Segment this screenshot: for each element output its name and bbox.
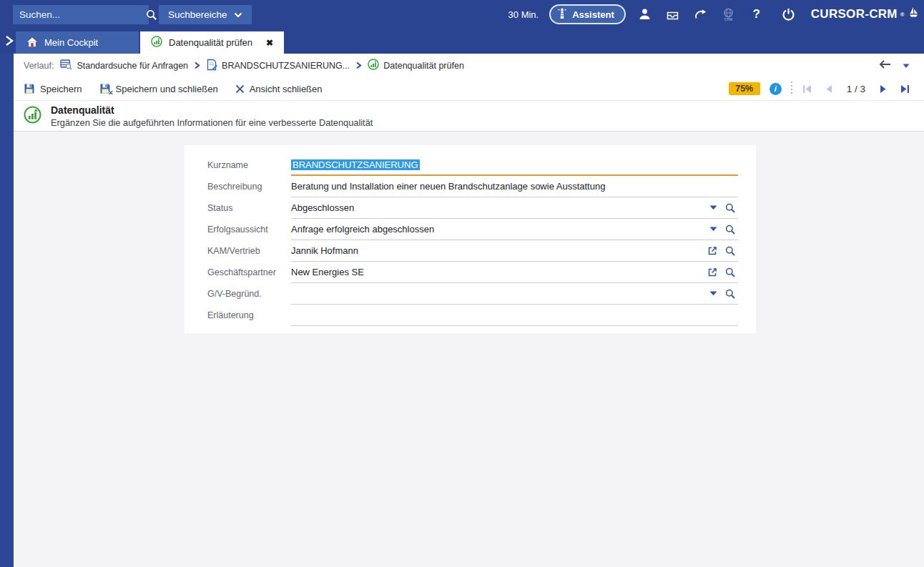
- geschaeftspartner-field[interactable]: New Energies SE: [291, 262, 738, 283]
- save-and-close-button[interactable]: ✕ Speichern und schließen: [99, 83, 218, 94]
- last-record-button[interactable]: [900, 84, 910, 94]
- first-record-button[interactable]: [802, 84, 812, 94]
- brand-name: CURSOR-CRM: [811, 7, 898, 21]
- data-quality-form: Kurzname BRANDSCHUTZSANIERUNG Beschreibu…: [185, 145, 756, 333]
- lookup-icon[interactable]: [725, 225, 735, 235]
- dropdown-caret-icon[interactable]: [709, 205, 717, 210]
- action-toolbar: Speichern ✕ Speichern und schließen Ansi…: [14, 77, 924, 101]
- save-label: Speichern: [40, 84, 82, 94]
- field-icons: [709, 225, 738, 235]
- back-arrow-icon[interactable]: [878, 60, 891, 71]
- search-icon[interactable]: [146, 9, 157, 21]
- next-record-button[interactable]: [879, 84, 888, 94]
- tab-mein-cockpit[interactable]: Mein Cockpit: [16, 31, 139, 54]
- form-row-gv-begruendung: G/V-Begründ.: [185, 283, 756, 305]
- field-icons: [709, 203, 738, 213]
- dropdown-caret-icon[interactable]: [709, 291, 717, 296]
- toolbar-divider: [791, 82, 792, 96]
- sailboat-icon: [909, 6, 918, 22]
- save-close-floppy-icon: ✕: [99, 83, 111, 94]
- field-label: Erfolgsaussicht: [207, 219, 291, 240]
- search-input[interactable]: [19, 9, 146, 20]
- search-scope-button[interactable]: Suchbereiche: [159, 5, 252, 24]
- quality-score-badge: 75%: [729, 82, 760, 95]
- field-value: Abgeschlossen: [291, 202, 354, 213]
- kam-vertrieb-field[interactable]: Jannik Hofmann: [291, 240, 738, 262]
- top-bar: Suchbereiche 30 Min.: [0, 0, 924, 29]
- sidebar-expander-chevron-icon[interactable]: [4, 35, 16, 48]
- redo-arrow-icon[interactable]: [692, 6, 709, 23]
- content-area: Kurzname BRANDSCHUTZSANIERUNG Beschreibu…: [14, 132, 924, 567]
- save-button[interactable]: Speichern: [24, 83, 82, 94]
- lookup-icon[interactable]: [725, 267, 735, 277]
- field-icons: [707, 246, 738, 256]
- breadcrumb-prefix: Verlauf:: [24, 61, 54, 71]
- erfolgsaussicht-field[interactable]: Anfrage erfolgreich abgeschlossen: [291, 219, 738, 240]
- assistant-button[interactable]: Assistent: [549, 4, 626, 24]
- kurzname-field[interactable]: BRANDSCHUTZSANIERUNG: [291, 154, 738, 176]
- beschreibung-field[interactable]: Beratung und Installation einer neuen Br…: [291, 176, 738, 197]
- lookup-icon[interactable]: [725, 203, 735, 213]
- breadcrumb-chevron-icon: [194, 61, 200, 69]
- form-row-erfolgsaussicht: Erfolgsaussicht Anfrage erfolgreich abge…: [185, 219, 756, 240]
- assistant-label: Assistent: [572, 9, 614, 20]
- session-timer: 30 Min.: [508, 9, 539, 20]
- field-icons: [709, 289, 738, 299]
- topbar-right-cluster: 30 Min. Assistent: [508, 0, 918, 29]
- history-caret-down-icon[interactable]: [903, 61, 910, 71]
- breadcrumb-label: Datenqualität prüfen: [383, 61, 464, 71]
- status-field[interactable]: Abgeschlossen: [291, 197, 738, 219]
- previous-record-button[interactable]: [825, 84, 833, 94]
- breadcrumb: Verlauf: Standardsuche für Anfragen: [14, 54, 924, 77]
- search-grid-icon: [60, 59, 72, 72]
- form-row-status: Status Abgeschlossen: [185, 197, 756, 219]
- field-value: Anfrage erfolgreich abgeschlossen: [291, 224, 434, 235]
- info-icon[interactable]: i: [770, 83, 782, 95]
- inbox-tray-icon[interactable]: [664, 6, 682, 23]
- field-label: Beschreibung: [207, 176, 291, 197]
- tab-label: Datenqualität prüfen: [169, 37, 252, 48]
- breadcrumb-right-controls: [878, 60, 914, 71]
- field-label: Status: [207, 197, 291, 219]
- breadcrumb-item-anfrage[interactable]: BRANDSCHUTZSANIERUNG...: [206, 59, 350, 73]
- tab-close-icon[interactable]: ✖: [266, 38, 273, 48]
- pager-position: 1 / 3: [847, 84, 865, 94]
- tab-bar: Mein Cockpit Datenqualität prüfen ✖: [0, 29, 924, 54]
- help-icon[interactable]: ?: [748, 6, 765, 23]
- breadcrumb-item-datenqualitaet[interactable]: Datenqualität prüfen: [368, 59, 464, 72]
- field-value: Jannik Hofmann: [291, 245, 358, 256]
- erlaeuterung-field[interactable]: [291, 305, 738, 326]
- user-profile-icon[interactable]: [637, 6, 654, 23]
- field-label: Erläuterung: [207, 305, 291, 326]
- field-value: New Energies SE: [291, 267, 364, 277]
- brand-logo: CURSOR-CRM®: [811, 6, 918, 22]
- collapsed-sidebar-strip[interactable]: [0, 54, 14, 567]
- crm-globe-icon[interactable]: CRM: [720, 6, 737, 23]
- field-label: KAM/Vertrieb: [207, 240, 291, 262]
- data-quality-icon: [151, 36, 162, 49]
- close-view-button[interactable]: Ansicht schließen: [235, 84, 323, 94]
- gv-begruendung-field[interactable]: [291, 283, 738, 305]
- breadcrumb-item-standardsuche[interactable]: Standardsuche für Anfragen: [60, 59, 188, 72]
- breadcrumb-label: Standardsuche für Anfragen: [77, 61, 188, 71]
- save-close-label: Speichern und schließen: [116, 84, 218, 94]
- global-search: [13, 5, 149, 24]
- page-subtitle: Ergänzen Sie die aufgeführten Informatio…: [51, 117, 373, 128]
- open-record-icon[interactable]: [707, 267, 717, 277]
- view-header: Datenqualität Ergänzen Sie die aufgeführ…: [14, 101, 924, 132]
- lookup-icon[interactable]: [725, 246, 735, 256]
- search-scope-label: Suchbereiche: [168, 9, 227, 20]
- close-x-overlay-icon: ✕: [108, 89, 114, 97]
- field-value: Beratung und Installation einer neuen Br…: [291, 181, 605, 192]
- dropdown-caret-icon[interactable]: [709, 227, 717, 232]
- form-row-beschreibung: Beschreibung Beratung und Installation e…: [185, 176, 756, 197]
- data-quality-icon: [368, 59, 379, 72]
- open-record-icon[interactable]: [707, 246, 717, 256]
- selected-text: BRANDSCHUTZSANIERUNG: [291, 159, 420, 170]
- lookup-icon[interactable]: [725, 289, 735, 299]
- request-document-icon: [206, 59, 217, 73]
- chevron-down-icon: [234, 9, 242, 20]
- save-floppy-icon: [24, 83, 35, 94]
- tab-datenqualitaet-pruefen[interactable]: Datenqualität prüfen ✖: [140, 31, 284, 54]
- power-logout-icon[interactable]: [780, 6, 797, 23]
